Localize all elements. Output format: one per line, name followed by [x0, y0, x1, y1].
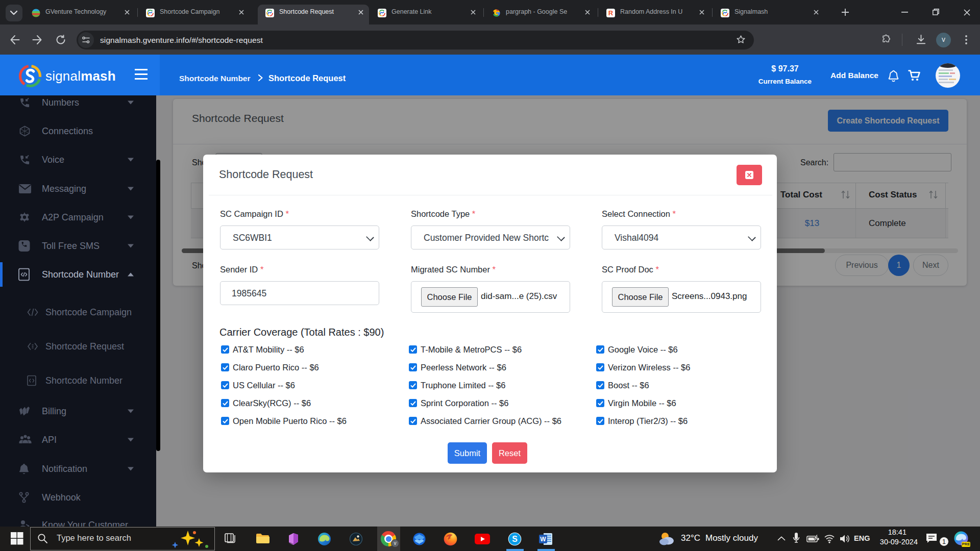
svg-text:R: R: [608, 9, 614, 17]
svg-text:W: W: [540, 536, 546, 543]
svg-text:S: S: [512, 535, 518, 543]
